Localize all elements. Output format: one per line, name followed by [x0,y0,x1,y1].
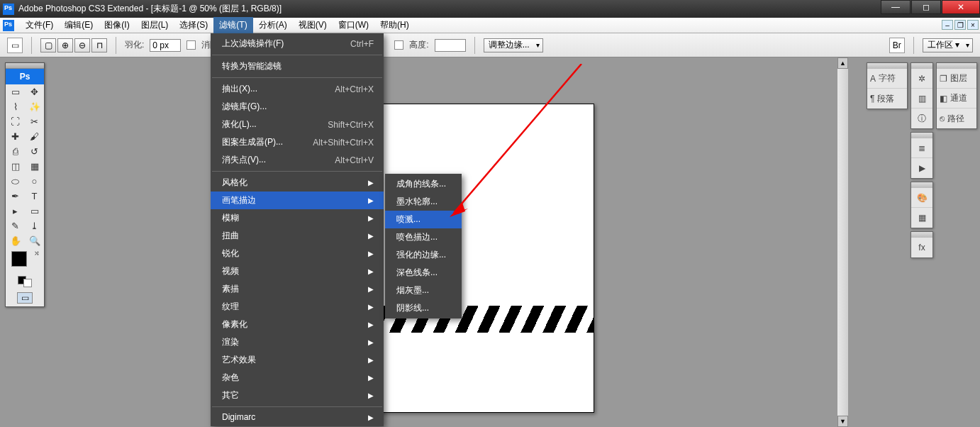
scroll-down-icon[interactable]: ▼ [837,416,848,427]
pen-tool[interactable]: ✒ [6,189,25,204]
toolbox-grip[interactable] [6,63,44,69]
path-selection-tool[interactable]: ▸ [6,204,25,218]
selection-intersect[interactable]: ⊓ [91,38,107,52]
sub-sprayed-strokes[interactable]: 喷色描边... [385,228,462,246]
panel-styles[interactable]: fx [911,238,932,257]
panel-grip[interactable] [911,182,932,188]
magic-wand-tool[interactable]: ✨ [25,99,44,114]
sub-crosshatch[interactable]: 阴影线... [385,299,462,317]
scroll-up-icon[interactable]: ▲ [837,57,848,69]
filter-brush-strokes[interactable]: 画笔描边▶ [211,192,384,209]
filter-digimarc[interactable]: Digimarc▶ [211,409,384,425]
selection-subtract[interactable]: ⊖ [74,38,90,52]
menu-file[interactable]: 文件(F) [20,17,59,33]
antialias-checkbox[interactable] [186,40,196,50]
app-menu-icon[interactable] [3,20,14,31]
panel-paragraph[interactable]: ¶段落 [867,89,907,109]
panel-grip[interactable] [937,63,976,69]
filter-blur[interactable]: 模糊▶ [211,209,384,227]
foreground-color[interactable] [11,251,27,267]
filter-extract[interactable]: 抽出(X)... Alt+Ctrl+X [211,80,384,98]
slice-tool[interactable]: ✂ [25,114,44,129]
filter-convert-smart[interactable]: 转换为智能滤镜 [211,57,384,75]
filter-sharpen[interactable]: 锐化▶ [211,245,384,262]
menu-layer[interactable]: 图层(L) [135,17,174,33]
panel-info[interactable]: ⓘ [911,109,932,128]
stamp-tool[interactable]: ⎙ [6,144,25,159]
filter-pixelate[interactable]: 像素化▶ [211,316,384,333]
height-checkbox[interactable] [394,40,403,50]
sub-accented-edges[interactable]: 成角的线条... [385,175,462,193]
sub-spatter[interactable]: 喷溅... [385,211,462,228]
workspace-dropdown[interactable]: 工作区 ▾ [923,38,973,52]
menu-window[interactable]: 窗口(W) [333,17,374,33]
tool-preset-picker[interactable]: ▭ [7,38,23,53]
selection-new[interactable]: ▢ [40,38,56,52]
filter-sketch[interactable]: 素描▶ [211,280,384,298]
panel-grip[interactable] [911,133,932,138]
blur-tool[interactable]: ⬭ [6,174,25,189]
dodge-tool[interactable]: ○ [25,174,44,189]
menu-filter[interactable]: 滤镜(T) [213,17,252,33]
move-tool[interactable]: ✥ [25,84,44,99]
zoom-tool[interactable]: 🔍 [25,233,44,248]
healing-tool[interactable]: ✚ [6,129,25,144]
menu-select[interactable]: 选择(S) [174,17,213,33]
filter-pattern-maker[interactable]: 图案生成器(P)... Alt+Shift+Ctrl+X [211,133,384,151]
panel-grip[interactable] [911,63,932,69]
refine-edge-button[interactable]: 调整边缘... [484,38,543,52]
gradient-tool[interactable]: ▦ [25,159,44,174]
panel-swatches[interactable]: ▦ [911,208,932,228]
marquee-tool[interactable]: ▭ [6,84,25,99]
type-tool[interactable]: T [25,189,44,204]
bridge-button[interactable]: Br [889,38,905,53]
quick-mask-icon[interactable] [23,279,32,287]
panel-grip[interactable] [911,232,932,238]
panel-navigator[interactable]: ✲ [911,69,932,89]
menu-analysis[interactable]: 分析(A) [253,17,293,33]
eraser-tool[interactable]: ◫ [6,159,25,174]
filter-artistic[interactable]: 艺术效果▶ [211,351,384,369]
panel-paths[interactable]: ⎋路径 [937,109,976,128]
filter-noise[interactable]: 杂色▶ [211,369,384,387]
filter-distort[interactable]: 扭曲▶ [211,227,384,245]
vertical-scrollbar[interactable]: ▲ ▼ [837,57,848,427]
minimize-button[interactable]: — [881,0,911,14]
swap-colors-icon[interactable]: ⤭ [34,250,40,257]
crop-tool[interactable]: ⛶ [6,114,25,129]
panel-grip[interactable] [867,63,907,69]
brush-tool[interactable]: 🖌 [25,129,44,144]
selection-add[interactable]: ⊕ [57,38,73,52]
history-brush-tool[interactable]: ↺ [25,144,44,159]
height-input[interactable] [435,39,466,52]
sub-ink-outlines[interactable]: 墨水轮廓... [385,193,462,211]
menu-image[interactable]: 图像(I) [99,17,135,33]
notes-tool[interactable]: ✎ [6,218,25,233]
sub-accented-edges2[interactable]: 强化的边缘... [385,246,462,264]
panel-history[interactable]: ≣ [911,138,932,158]
maximize-button[interactable]: ◻ [911,0,941,14]
panel-channels[interactable]: ◧通道 [937,89,976,109]
hand-tool[interactable]: ✋ [6,233,25,248]
mdi-minimize[interactable]: – [942,20,953,30]
screen-mode-button[interactable]: ▭ [17,292,33,304]
filter-gallery[interactable]: 滤镜库(G)... [211,98,384,116]
filter-liquify[interactable]: 液化(L)... Shift+Ctrl+X [211,116,384,133]
sub-dark-strokes[interactable]: 深色线条... [385,264,462,282]
filter-stylize[interactable]: 风格化▶ [211,174,384,192]
panel-color[interactable]: 🎨 [911,188,932,208]
mdi-restore[interactable]: ❐ [954,20,966,30]
filter-other[interactable]: 其它▶ [211,387,384,404]
menu-help[interactable]: 帮助(H) [374,17,415,33]
close-button[interactable]: ✕ [942,0,980,14]
menu-edit[interactable]: 编辑(E) [59,17,99,33]
filter-last[interactable]: 上次滤镜操作(F) Ctrl+F [211,35,384,52]
panel-actions[interactable]: ▶ [911,158,932,178]
menu-view[interactable]: 视图(V) [293,17,333,33]
feather-input[interactable] [150,39,181,52]
filter-render[interactable]: 渲染▶ [211,333,384,351]
sub-sumi-e[interactable]: 烟灰墨... [385,282,462,299]
filter-video[interactable]: 视频▶ [211,262,384,280]
panel-histogram[interactable]: ▥ [911,89,932,109]
eyedropper-tool[interactable]: ⤓ [25,218,44,233]
